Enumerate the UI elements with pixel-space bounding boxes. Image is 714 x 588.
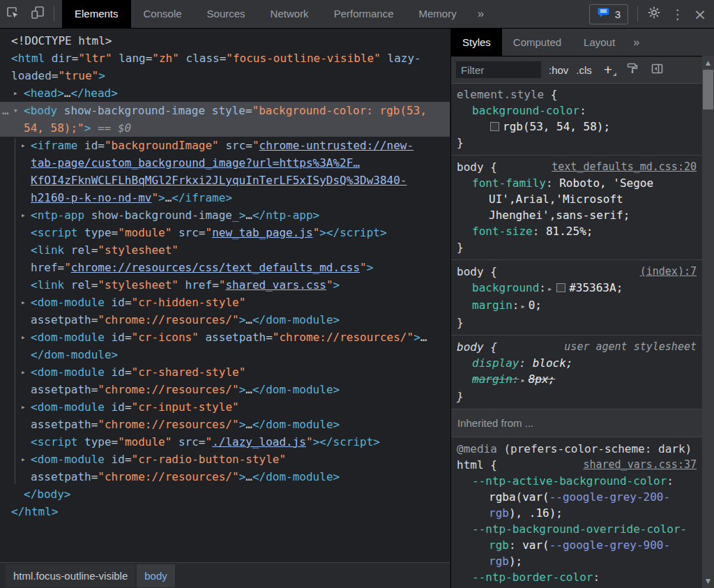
dom-tree-node[interactable]: ▸<dom-module id="cr-input-style" assetpa…: [0, 398, 450, 433]
breadcrumb-item-html[interactable]: html.focus-outline-visible: [6, 564, 135, 587]
css-declaration[interactable]: margin:▸8px;: [451, 371, 702, 389]
css-declaration[interactable]: rgb), .16);: [451, 505, 702, 521]
media-query-line: @media (prefers-color-scheme: dark): [451, 441, 702, 457]
dom-tree-node[interactable]: ▸<ntp-app show-background-image_>…</ntp-…: [0, 206, 450, 224]
dom-tree-node[interactable]: …▾<body show-background-image style="bac…: [0, 102, 450, 137]
tab-sources[interactable]: Sources: [195, 0, 258, 28]
rule-selector-line[interactable]: shared_vars.css:37html {: [451, 457, 702, 473]
expand-arrow-icon[interactable]: ▸: [21, 206, 26, 224]
sidebar-more-tabs-button[interactable]: »: [626, 36, 646, 49]
rule-selector-line[interactable]: text_defaults_md.css:20body {: [451, 159, 702, 175]
close-devtools-button[interactable]: ×: [689, 6, 711, 23]
token-vr[interactable]: --google-grey-900-: [549, 538, 670, 552]
dom-tree-node[interactable]: ▸<dom-module id="cr-hidden-style" assetp…: [0, 294, 450, 329]
stylesheet-source-link[interactable]: shared_vars.css:37: [583, 457, 697, 473]
scroll-up-arrow-icon[interactable]: ▲: [702, 57, 714, 68]
dom-tree-node[interactable]: <link rel="stylesheet" href="chrome://re…: [0, 241, 450, 276]
expand-arrow-icon[interactable]: ▸: [21, 329, 26, 346]
dom-tree-node[interactable]: <!DOCTYPE html>: [0, 32, 450, 50]
dom-tree-node[interactable]: ▸<dom-module id="cr-radio-button-style" …: [0, 451, 450, 485]
rule-selector-line[interactable]: user agent stylesheetbody {: [451, 339, 702, 355]
sidebar-tab-computed[interactable]: Computed: [502, 29, 572, 56]
expand-arrow-icon[interactable]: ▸: [21, 363, 26, 381]
expand-arrow-icon[interactable]: ▸: [21, 451, 26, 468]
expand-arrow-icon[interactable]: ▸: [21, 398, 26, 416]
token-lnk[interactable]: new_tab_page.js: [212, 226, 313, 239]
expand-arrow-icon[interactable]: ▸: [21, 137, 26, 154]
css-declaration[interactable]: margin:▸0;: [451, 297, 702, 315]
css-declaration[interactable]: background:▸#35363A;: [451, 280, 702, 297]
dom-tree[interactable]: <!DOCTYPE html><html dir="ltr" lang="zh"…: [0, 29, 450, 561]
token-attr: id: [112, 296, 125, 309]
css-declaration[interactable]: font-family: Roboto, 'Segoe: [451, 175, 702, 191]
tab-console[interactable]: Console: [131, 0, 195, 28]
css-declaration[interactable]: UI',Arial,'Microsoft: [451, 191, 702, 207]
dom-tree-node[interactable]: ▸<iframe id="backgroundImage" src="chrom…: [0, 137, 450, 206]
sidebar-tab-styles[interactable]: Styles: [451, 29, 502, 56]
styles-filter-input[interactable]: [456, 61, 541, 78]
css-declaration[interactable]: font-size: 81.25%;: [451, 223, 702, 239]
css-declaration[interactable]: --ntp-border-color:: [451, 569, 702, 585]
stylesheet-source-link[interactable]: text_defaults_md.css:20: [552, 159, 697, 175]
scroll-down-arrow-icon[interactable]: ▼: [702, 575, 714, 587]
css-declaration[interactable]: --ntp-background-override-color-: [451, 521, 702, 537]
dom-tree-node[interactable]: ▸<dom-module id="cr-shared-style" assetp…: [0, 363, 450, 398]
tab-elements[interactable]: Elements: [62, 0, 131, 28]
breadcrumb-item-body[interactable]: body: [137, 564, 175, 587]
token-vr[interactable]: rgb: [489, 506, 509, 520]
customize-menu-button[interactable]: ⋮: [667, 6, 689, 22]
rule-selector-line[interactable]: element.style {: [451, 86, 702, 103]
tab-performance[interactable]: Performance: [321, 0, 407, 28]
issues-button[interactable]: 3: [589, 4, 628, 24]
color-swatch-icon[interactable]: [556, 283, 565, 292]
token-tag: >: [84, 121, 91, 135]
toggle-device-toolbar-button[interactable]: [25, 0, 50, 28]
token-lnk[interactable]: ./lazy_load.js: [212, 435, 306, 448]
dom-tree-node[interactable]: <html dir="ltr" lang="zh" class="focus-o…: [0, 50, 450, 84]
css-declaration[interactable]: Jhenghei',sans-serif;: [451, 207, 702, 223]
css-declaration[interactable]: rgb);: [451, 553, 702, 569]
dom-tree-node[interactable]: <script type="module" src="new_tab_page.…: [0, 224, 450, 241]
dom-tree-node[interactable]: ▸<dom-module id="cr-icons" assetpath="ch…: [0, 329, 450, 363]
dom-tree-node[interactable]: <link rel="stylesheet" href="shared_vars…: [0, 276, 450, 294]
token-vr[interactable]: --google-grey-200-: [549, 490, 670, 504]
toggle-sidebar-button[interactable]: [648, 61, 665, 78]
token-lnk[interactable]: chrome://resources/css/text_defaults_md.…: [71, 261, 360, 274]
dom-tree-node[interactable]: </body>: [0, 485, 450, 503]
expand-arrow-icon[interactable]: ▸: [13, 84, 18, 102]
expand-shorthand-icon[interactable]: ▸: [520, 375, 525, 385]
css-declaration[interactable]: display: block;: [451, 355, 702, 371]
more-tabs-button[interactable]: »: [469, 7, 492, 21]
css-declaration[interactable]: var(--google-grey-700);: [451, 585, 702, 588]
stylesheet-source-link[interactable]: (index):7: [640, 264, 697, 280]
rendering-emulation-button[interactable]: [624, 61, 641, 78]
scrollbar-thumb[interactable]: [703, 70, 713, 110]
dom-tree-node[interactable]: ▸<head>…</head>: [0, 84, 450, 102]
expand-arrow-icon[interactable]: ▸: [21, 294, 26, 311]
token-tag: <link: [31, 278, 64, 292]
css-declaration[interactable]: rgba(var(--google-grey-200-: [451, 489, 702, 505]
tab-memory[interactable]: Memory: [407, 0, 469, 28]
tab-network[interactable]: Network: [258, 0, 321, 28]
css-declaration[interactable]: --ntp-active-background-color:: [451, 473, 702, 489]
settings-button[interactable]: [641, 0, 667, 28]
inspect-element-button[interactable]: [0, 0, 25, 28]
dom-tree-node[interactable]: <script type="module" src="./lazy_load.j…: [0, 433, 450, 451]
expand-shorthand-icon[interactable]: ▸: [547, 284, 552, 294]
token-vr[interactable]: rgb: [489, 555, 509, 568]
styles-scrollbar[interactable]: ▲ ▼: [702, 56, 714, 588]
css-declaration[interactable]: background-color:: [451, 103, 702, 119]
css-declaration[interactable]: rgb: var(--google-grey-900-: [451, 537, 702, 553]
color-swatch-icon[interactable]: [490, 122, 499, 131]
collapse-arrow-icon[interactable]: ▾: [13, 102, 18, 119]
rule-selector-line[interactable]: (index):7body {: [451, 264, 702, 280]
toggle-pseudo-state-button[interactable]: :hov: [549, 64, 568, 76]
css-declaration[interactable]: rgb(53, 54, 58);: [451, 119, 702, 135]
new-style-rule-button[interactable]: +: [604, 63, 616, 77]
element-classes-button[interactable]: .cls: [576, 64, 592, 76]
dom-tree-node[interactable]: </html>: [0, 503, 450, 520]
token-lnk[interactable]: shared_vars.css: [225, 278, 326, 292]
node-overflow-dots[interactable]: …: [2, 102, 10, 119]
expand-shorthand-icon[interactable]: ▸: [520, 301, 525, 311]
sidebar-tab-layout[interactable]: Layout: [572, 29, 626, 56]
